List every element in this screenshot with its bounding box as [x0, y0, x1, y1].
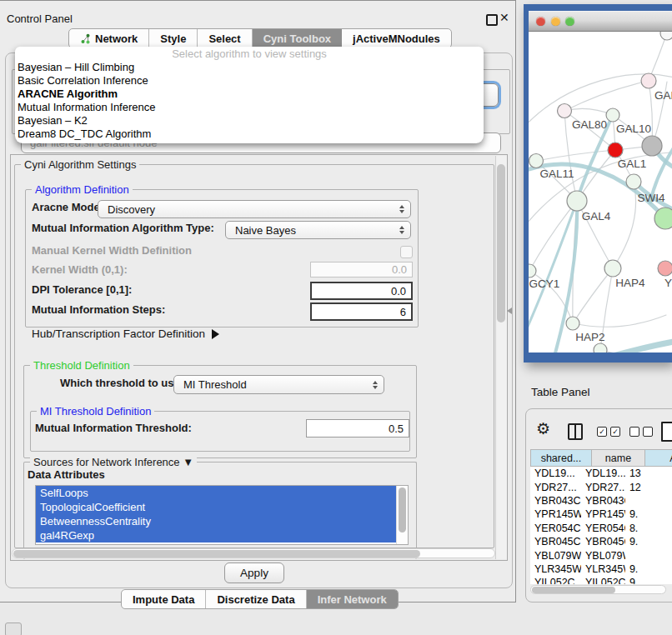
mi-type-value: Naive Bayes — [235, 224, 296, 237]
network-graph: GALGAL80GAL10GAL1GAL11SWI4GAL4GCY1HAP4YH… — [529, 32, 672, 352]
network-node[interactable] — [594, 343, 607, 352]
hub-definition-label: Hub/Transcription Factor Definition — [32, 328, 205, 340]
network-node[interactable] — [642, 136, 662, 156]
deselect-all-columns-icon[interactable] — [629, 427, 653, 437]
tab-style[interactable]: Style — [149, 29, 198, 48]
network-edge[interactable] — [564, 81, 649, 111]
gear-icon[interactable]: ⚙ — [536, 421, 550, 437]
minimize-window-icon[interactable] — [551, 17, 560, 26]
combo-arrows-icon — [399, 226, 404, 234]
sources-group-title[interactable]: Sources for Network Inference ▼ — [30, 456, 197, 468]
tab-jactivemnodules[interactable]: jActiveMNodules — [342, 29, 451, 48]
network-edge[interactable] — [536, 150, 615, 161]
attribute-item[interactable]: BetweennessCentrality — [36, 514, 408, 528]
table-column-header[interactable]: name — [592, 449, 645, 467]
hub-definition-toggle[interactable]: Hub/Transcription Factor Definition — [32, 328, 224, 340]
manual-kernel-checkbox[interactable] — [400, 246, 413, 258]
aracne-mode-combo[interactable]: Discovery — [98, 200, 411, 218]
mi-type-combo[interactable]: Naive Bayes — [225, 221, 411, 239]
close-panel-icon[interactable]: ✕ — [499, 11, 509, 24]
table-row[interactable]: YIL052CYIL052C9 — [530, 576, 672, 584]
mi-steps-field[interactable] — [310, 302, 413, 321]
network-node-gal80[interactable] — [558, 104, 572, 118]
table-cell: YIL052C — [530, 577, 581, 584]
select-all-columns-icon[interactable]: ✓✓ — [597, 427, 620, 437]
zoom-window-icon[interactable] — [565, 17, 574, 26]
table-row[interactable]: YLR345WYLR345W9. — [530, 562, 672, 576]
settings-vertical-scrollbar-thumb[interactable] — [497, 164, 505, 322]
network-node-swi4[interactable] — [626, 174, 641, 189]
close-window-icon[interactable] — [536, 17, 545, 26]
attributes-scrollbar[interactable] — [396, 486, 408, 544]
table-row[interactable]: YBL079WYBL079W — [530, 548, 672, 562]
algorithm-option[interactable]: ARACNE Algorithm — [15, 88, 484, 101]
table-row[interactable]: YER054CYER054C8. — [530, 522, 672, 535]
dpi-tolerance-field[interactable] — [310, 282, 413, 300]
control-panel-title: Control Panel — [7, 12, 73, 25]
table-row[interactable]: YBR045CYBR045C9. — [530, 535, 672, 548]
table-column-header[interactable]: A — [645, 449, 672, 467]
table-column-header[interactable]: shared... — [530, 449, 592, 467]
network-node[interactable] — [660, 32, 672, 40]
panel-collapse-arrow-icon[interactable] — [504, 308, 512, 314]
collapsed-arrow-icon — [212, 329, 224, 339]
network-node-gal[interactable] — [641, 73, 656, 88]
table-row[interactable]: YDL19...YDL19...13 — [530, 467, 672, 480]
float-panel-icon[interactable] — [486, 14, 498, 26]
network-edge[interactable] — [573, 315, 666, 327]
apply-button[interactable]: Apply — [224, 562, 284, 583]
network-edge[interactable] — [613, 182, 636, 268]
network-node-hap4[interactable] — [604, 260, 621, 277]
network-node-gal10[interactable] — [606, 108, 619, 122]
kernel-width-field[interactable] — [310, 262, 413, 278]
attribute-item[interactable]: gal4RGexp — [36, 528, 408, 542]
data-attributes-list[interactable]: SelfLoopsTopologicalCoefficientBetweenne… — [35, 485, 409, 545]
node-label: GAL80 — [572, 118, 607, 131]
node-label: SWI4 — [637, 192, 664, 204]
network-edge[interactable] — [573, 268, 613, 323]
network-node-y[interactable] — [658, 261, 672, 276]
network-view-window[interactable]: GALGAL80GAL10GAL1GAL11SWI4GAL4GCY1HAP4YH… — [524, 4, 672, 362]
network-node-gal1[interactable] — [608, 142, 623, 158]
tab-impute-data[interactable]: Impute Data — [122, 590, 206, 608]
tab-label: jActiveMNodules — [353, 32, 440, 45]
table-row[interactable]: YBR043CYBR043C — [530, 494, 672, 508]
network-node-gcy1[interactable] — [529, 264, 536, 278]
network-edge[interactable] — [529, 201, 577, 271]
table-row[interactable]: YPR145WYPR145W9. — [530, 508, 672, 521]
table-horizontal-scrollbar-thumb[interactable] — [532, 587, 615, 593]
tab-select[interactable]: Select — [198, 29, 252, 48]
algorithm-option[interactable]: Basic Correlation Inference — [15, 74, 484, 88]
network-canvas[interactable]: GALGAL80GAL10GAL1GAL11SWI4GAL4GCY1HAP4YH… — [529, 32, 672, 352]
algorithm-option[interactable]: Bayesian – K2 — [15, 114, 484, 128]
algorithm-option[interactable]: Bayesian – Hill Climbing — [15, 61, 484, 74]
aracne-mode-value: Discovery — [108, 203, 155, 216]
table-cell: YER054C — [530, 522, 581, 534]
node-label: Y — [664, 277, 672, 289]
minimized-panel-icon[interactable] — [5, 622, 22, 635]
mi-threshold-field[interactable] — [306, 419, 409, 438]
attributes-scrollbar-thumb[interactable] — [399, 488, 406, 532]
network-node-gal11[interactable] — [529, 154, 544, 168]
algorithm-dropdown-popup: Select algorithm to view settings Bayesi… — [15, 47, 484, 143]
sources-title-text: Sources for Network Inference — [33, 456, 180, 468]
tab-discretize-data[interactable]: Discretize Data — [206, 590, 306, 608]
split-columns-icon[interactable] — [568, 423, 583, 440]
network-window-titlebar[interactable] — [529, 11, 672, 32]
tab-cyni-toolbox[interactable]: Cyni Toolbox — [253, 29, 342, 48]
table-row[interactable]: YDR27...YDR27...12 — [530, 480, 672, 493]
table-cell: YDL19... — [530, 468, 581, 479]
settings-horizontal-scrollbar-thumb[interactable] — [13, 550, 420, 558]
tab-infer-network[interactable]: Infer Network — [307, 590, 398, 608]
document-icon[interactable] — [661, 422, 672, 442]
which-threshold-combo[interactable]: MI Threshold — [173, 375, 384, 394]
attribute-item[interactable]: TopologicalCoefficient — [36, 500, 408, 514]
network-node[interactable] — [654, 208, 672, 229]
tab-label: Impute Data — [133, 593, 194, 606]
network-node-hap2[interactable] — [566, 317, 579, 330]
algorithm-option[interactable]: Dream8 DC_TDC Algorithm — [15, 128, 484, 141]
tab-network[interactable]: Network — [69, 29, 149, 48]
attribute-item[interactable]: SelfLoops — [36, 486, 408, 500]
algorithm-option[interactable]: Mutual Information Inference — [15, 101, 484, 114]
network-node-gal4[interactable] — [567, 191, 587, 211]
